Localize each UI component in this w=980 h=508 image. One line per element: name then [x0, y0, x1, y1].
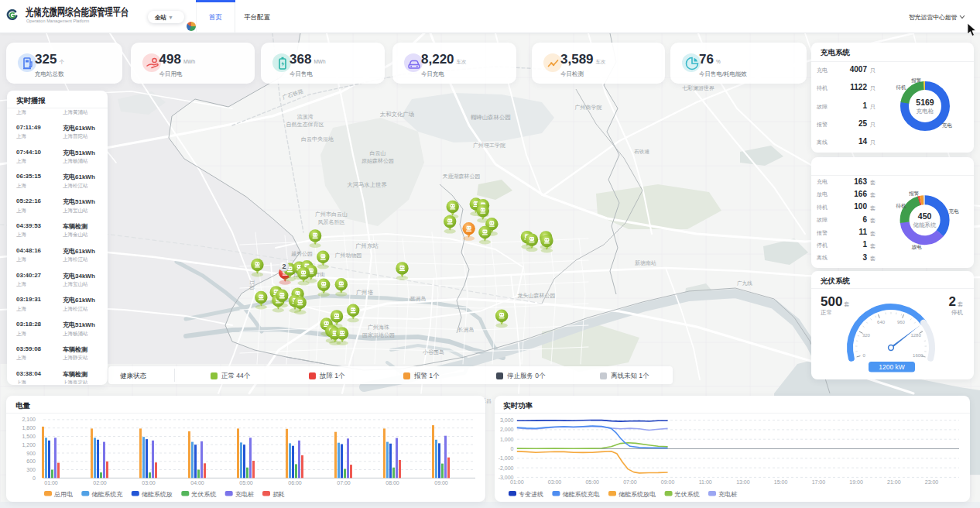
svg-text:广州塔: 广州塔 [356, 289, 374, 296]
svg-text:1,000: 1,000 [500, 437, 514, 442]
svg-text:1280: 1280 [910, 333, 921, 338]
svg-text:总用电: 总用电 [53, 491, 73, 498]
svg-text:300: 300 [26, 467, 36, 472]
svg-text:充电桩: 充电桩 [718, 491, 738, 498]
svg-text:3,000: 3,000 [500, 417, 514, 423]
svg-text:02:00: 02:00 [93, 480, 107, 486]
svg-text:龙头山森林公园: 龙头山森林公园 [518, 293, 556, 299]
svg-text:07:00: 07:00 [623, 479, 637, 485]
svg-text:15:00: 15:00 [774, 479, 788, 485]
svg-text:光伏系统: 光伏系统 [675, 491, 700, 498]
svg-text:09:00: 09:00 [661, 479, 675, 485]
svg-text:损耗: 损耗 [272, 491, 285, 498]
svg-text:1,200: 1,200 [22, 442, 36, 448]
svg-text:光伏系统: 光伏系统 [191, 491, 216, 498]
svg-text:大河马水上世界: 大河马水上世界 [347, 181, 387, 188]
svg-text:太和文化广场: 太和文化广场 [380, 111, 414, 118]
svg-text:天鹿湖森林公园: 天鹿湖森林公园 [443, 173, 481, 180]
svg-text:06:00: 06:00 [288, 480, 302, 486]
svg-text:广州东站: 广州东站 [355, 242, 379, 249]
svg-text:08:00: 08:00 [385, 480, 399, 486]
svg-text:充电: 充电 [948, 208, 959, 215]
svg-text:2: 2 [282, 263, 286, 270]
svg-text:0: 0 [511, 446, 514, 451]
svg-text:帽峰山森林公园: 帽峰山森林公园 [471, 114, 511, 121]
svg-text:1,500: 1,500 [22, 434, 36, 439]
svg-text:320: 320 [862, 333, 871, 338]
svg-text:国家湿地公园: 国家湿地公园 [362, 332, 395, 338]
svg-text:广州动物园: 广州动物园 [335, 252, 362, 259]
svg-text:09:00: 09:00 [434, 480, 448, 486]
svg-text:960: 960 [897, 320, 906, 324]
svg-text:报警: 报警 [910, 77, 922, 84]
svg-text:1,800: 1,800 [22, 425, 36, 431]
svg-text:05:00: 05:00 [239, 480, 253, 486]
svg-text:19:00: 19:00 [849, 479, 863, 485]
svg-text:储能系统充电: 储能系统充电 [562, 491, 599, 498]
svg-text:白云中央湿地: 白云中央湿地 [301, 136, 334, 142]
svg-text:专变进线: 专变进线 [519, 491, 543, 498]
svg-text:-1,000: -1,000 [499, 455, 514, 461]
svg-text:03:00: 03:00 [548, 479, 562, 485]
svg-text:原始森林公园: 原始森林公园 [362, 158, 394, 164]
svg-text:白云山: 白云山 [370, 150, 386, 156]
svg-text:储能系统充: 储能系统充 [91, 491, 122, 498]
svg-text:广州海珠: 广州海珠 [368, 324, 389, 331]
svg-text:七彩澜游世界: 七彩澜游世界 [682, 85, 714, 91]
svg-text:01:00: 01:00 [510, 479, 524, 485]
svg-text:广州商学院: 广州商学院 [575, 105, 602, 111]
svg-text:03:00: 03:00 [142, 480, 156, 486]
svg-text:04:00: 04:00 [190, 480, 204, 486]
svg-text:新塘南站: 新塘南站 [635, 259, 656, 266]
svg-text:放电: 放电 [912, 244, 923, 250]
svg-text:07:00: 07:00 [337, 480, 351, 486]
svg-text:05:00: 05:00 [585, 479, 599, 485]
svg-text:1200 kW: 1200 kW [879, 363, 905, 371]
svg-text:1600: 1600 [913, 353, 923, 358]
svg-text:石铁通: 石铁通 [634, 149, 649, 155]
svg-text:-2,000: -2,000 [499, 465, 514, 471]
svg-text:17:00: 17:00 [812, 479, 826, 485]
svg-text:报警: 报警 [908, 190, 920, 197]
svg-text:2,000: 2,000 [500, 427, 514, 432]
svg-text:储能系统放: 储能系统放 [142, 491, 173, 498]
svg-text:广州市白云山: 广州市白云山 [315, 211, 348, 218]
svg-text:21:00: 21:00 [887, 479, 901, 485]
svg-text:储能系统: 储能系统 [913, 221, 937, 228]
svg-text:5169: 5169 [916, 97, 934, 106]
svg-text:广九线: 广九线 [737, 280, 752, 286]
svg-text:小谷围岛: 小谷围岛 [423, 349, 444, 355]
svg-text:01:00: 01:00 [44, 480, 58, 486]
svg-text:600: 600 [26, 458, 36, 464]
svg-text:640: 640 [877, 320, 886, 324]
svg-text:越秀公园: 越秀公园 [291, 251, 313, 257]
svg-text:储能系统放电: 储能系统放电 [618, 491, 656, 498]
svg-text:2,100: 2,100 [22, 417, 36, 422]
svg-text:11:00: 11:00 [699, 479, 712, 485]
svg-text:广州理工学院: 广州理工学院 [473, 142, 505, 149]
svg-text:900: 900 [26, 451, 36, 456]
svg-text:待机: 待机 [896, 203, 907, 209]
svg-text:自然生态保育区: 自然生态保育区 [286, 121, 324, 128]
svg-text:琶洲岛: 琶洲岛 [410, 296, 427, 302]
svg-text:充电: 充电 [942, 122, 953, 129]
svg-text:风景名胜区: 风景名胜区 [318, 219, 345, 225]
svg-text:充电桩: 充电桩 [235, 491, 255, 498]
svg-text:0: 0 [863, 353, 866, 358]
svg-text:长洲岛: 长洲岛 [458, 327, 475, 333]
svg-text:450: 450 [918, 211, 932, 221]
svg-text:0: 0 [33, 475, 36, 481]
svg-text:充电枪: 充电枪 [917, 107, 934, 114]
svg-text:待机: 待机 [896, 84, 907, 91]
svg-text:珠江: 珠江 [249, 280, 255, 290]
svg-text:13:00: 13:00 [736, 479, 750, 485]
svg-text:23:00: 23:00 [925, 479, 939, 485]
svg-text:流溪湾: 流溪湾 [297, 114, 314, 120]
